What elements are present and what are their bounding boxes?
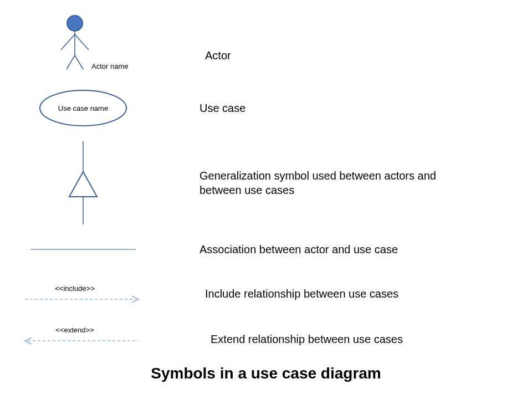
row-association: Association between actor and use case xyxy=(0,238,398,260)
row-generalization: Generalization symbol used between actor… xyxy=(0,141,454,224)
actor-label: Actor xyxy=(205,48,231,63)
svg-line-5 xyxy=(75,55,83,69)
include-arrow-icon xyxy=(22,295,144,304)
generalization-label: Generalization symbol used between actor… xyxy=(200,168,454,197)
include-symbol: <<include>> xyxy=(0,280,166,308)
svg-marker-8 xyxy=(69,172,97,197)
row-actor: Actor name Actor xyxy=(0,11,231,78)
include-stereotype: <<include>> xyxy=(55,284,95,293)
include-label: Include relationship between use cases xyxy=(205,287,398,301)
row-usecase: Use case name Use case xyxy=(0,86,245,130)
svg-line-4 xyxy=(66,55,75,69)
association-symbol xyxy=(0,238,166,260)
row-include: <<include>> Include relationship between… xyxy=(0,280,398,308)
usecase-symbol: Use case name xyxy=(0,86,166,130)
svg-line-3 xyxy=(75,34,89,50)
generalization-icon xyxy=(61,141,105,224)
extend-symbol: <<extend>> xyxy=(0,321,166,349)
usecase-label: Use case xyxy=(200,101,245,115)
extend-stereotype: <<extend>> xyxy=(55,326,94,334)
actor-caption: Actor name xyxy=(91,62,128,70)
diagram-title: Symbols in a use case diagram xyxy=(0,365,532,382)
usecase-caption: Use case name xyxy=(58,104,108,112)
association-label: Association between actor and use case xyxy=(200,242,398,257)
association-icon xyxy=(28,244,139,255)
generalization-symbol xyxy=(0,141,166,224)
actor-symbol: Actor name xyxy=(0,11,166,78)
row-extend: <<extend>> Extend relationship between u… xyxy=(0,321,403,349)
svg-line-2 xyxy=(61,34,75,50)
extend-arrow-icon xyxy=(22,336,144,345)
svg-point-0 xyxy=(67,16,83,31)
extend-label: Extend relationship between use cases xyxy=(211,332,403,346)
